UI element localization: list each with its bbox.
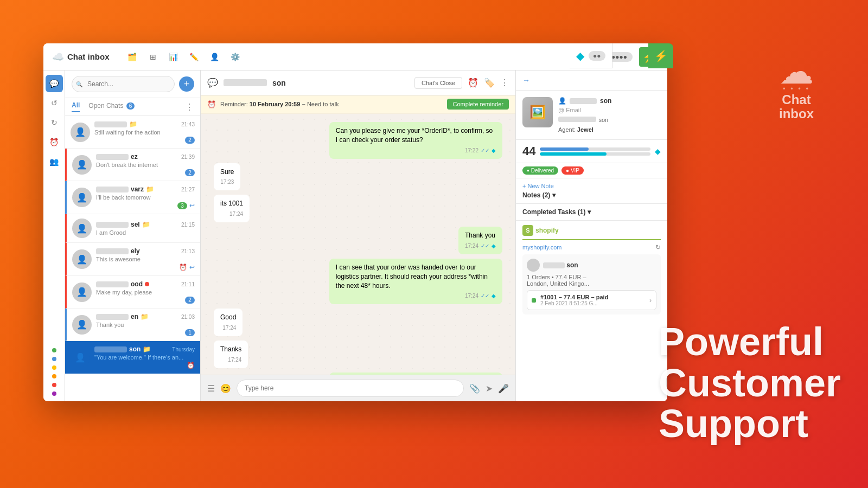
shopify-logo: S shopify: [522, 225, 661, 240]
right-panel-header: →: [516, 70, 667, 91]
more-icon[interactable]: ⋮: [500, 78, 509, 88]
list-item-selected[interactable]: 👤 son 📁 Thursday "You are welcome." If t…: [65, 341, 200, 374]
list-item[interactable]: 👤 sel 📁 21:15 I am Grood: [65, 214, 200, 243]
inbox-icon[interactable]: 🗂️: [125, 49, 140, 65]
chat-item-content: ood 21:11 Make my day, please 2: [96, 280, 195, 304]
sidebar-chat-icon[interactable]: 💬: [46, 75, 63, 92]
unread-badge: 2: [185, 137, 195, 144]
check-icon: ✓✓: [481, 292, 489, 300]
refresh-icon[interactable]: ↻: [655, 243, 661, 251]
list-item[interactable]: 👤 en 📁 21:03 Thank you 1: [65, 309, 200, 341]
chevron-down-icon: ▾: [588, 208, 591, 216]
attach-icon[interactable]: 📎: [469, 383, 480, 394]
list-item[interactable]: 👤 ely 21:13 This is awesome ⏰ ↩: [65, 243, 200, 276]
message-bubble-received: Sure 17:23: [214, 163, 240, 191]
tag-icon[interactable]: 🏷️: [484, 78, 495, 88]
edit-icon[interactable]: ✏️: [187, 49, 202, 65]
message-input[interactable]: [237, 380, 464, 397]
mic-icon[interactable]: 🎤: [498, 383, 509, 394]
complete-reminder-button[interactable]: Complete reminder: [447, 99, 509, 110]
chat-item-content: varz 📁 21:27 I'll be back tomorrow 3 ↩: [96, 185, 195, 209]
email-value-blur: [558, 117, 596, 122]
diamond-score-icon: ◆: [655, 147, 661, 156]
chat-input-bar: ☰ 😊 📎 ➤ 🎤: [201, 375, 515, 401]
name-blur: [96, 248, 129, 254]
chat-close-button[interactable]: Chat's Close: [414, 77, 462, 89]
list-item[interactable]: 👤 ez 21:39 Don't break the internet 2: [65, 149, 200, 181]
stats-icon[interactable]: 📊: [166, 49, 181, 65]
chat-item-name: 📁: [94, 120, 137, 128]
right-panel: → 🖼️ 👤 son @ Email: [515, 70, 667, 401]
sidebar-team-icon[interactable]: 👥: [46, 153, 63, 170]
notes-label: Notes (2) ▾: [522, 191, 661, 199]
sidebar-refresh2-icon[interactable]: ↻: [46, 114, 63, 131]
email-label: @ Email: [558, 107, 581, 113]
tab-open-chats[interactable]: Open Chats 6: [88, 102, 135, 112]
back-arrow-icon[interactable]: →: [522, 76, 530, 85]
avatar: 👤: [72, 282, 92, 302]
chat-item-name: ely: [96, 247, 140, 255]
search-wrapper: [72, 76, 175, 92]
chat-tabs-menu[interactable]: ⋮: [185, 102, 194, 112]
chat-item-time: 21:11: [181, 281, 195, 287]
avatar: 👤: [72, 188, 92, 207]
status-dot-yellow: [52, 365, 56, 370]
chat-item-name: en 📁: [96, 313, 149, 320]
chat-item-name: sel 📁: [96, 221, 150, 228]
power-side-button[interactable]: ⚡: [648, 43, 673, 68]
add-note-button[interactable]: + New Note: [522, 183, 661, 189]
chat-item-time: 21:15: [181, 222, 195, 228]
list-item[interactable]: 👤 📁 21:43 Still waiting for the action 2: [65, 116, 200, 149]
agent-row: Agent: Jewel: [558, 126, 661, 133]
sidebar-clock-icon[interactable]: ⏰: [46, 133, 63, 151]
notes-section: + New Note Notes (2) ▾: [516, 178, 667, 204]
status-dot-green: [52, 348, 56, 352]
list-item[interactable]: 👤 ood 21:11 Make my day, please: [65, 276, 200, 309]
person-icon: 👤: [558, 97, 566, 105]
name-blur: [96, 187, 129, 192]
list-item[interactable]: 👤 varz 📁 21:27 I'll be back tomorrow: [65, 181, 200, 214]
menu-icon[interactable]: ☰: [207, 383, 215, 394]
send-icon[interactable]: ➤: [486, 383, 493, 394]
avatar: 👤: [72, 315, 92, 335]
score-bar: [540, 147, 650, 156]
avatar: 👤: [72, 219, 92, 238]
chat-item-name: son 📁: [94, 345, 151, 353]
chat-item-content: ely 21:13 This is awesome ⏰ ↩: [96, 247, 195, 271]
status-dot-red: [52, 383, 56, 387]
contact-name-blur: [224, 79, 267, 86]
contacts-icon[interactable]: 👤: [207, 49, 222, 65]
emoji-icon[interactable]: 😊: [220, 383, 231, 394]
order-id: #1001 – 77.4 EUR – paid: [540, 294, 645, 300]
score-value: 44: [522, 144, 535, 158]
app-title: Chat inbox: [67, 52, 110, 61]
chat-item-preview: Still waiting for the action: [94, 129, 195, 136]
reminder-text: Reminder: 10 February 20:59 − Need to ta…: [220, 101, 443, 107]
profile-text: ●●: [589, 51, 605, 61]
chat-item-time: 21:27: [181, 187, 195, 192]
chat-item-preview: "You are welcome." If there's an...: [94, 354, 195, 361]
settings-icon[interactable]: ⚙️: [228, 49, 243, 65]
search-input[interactable]: [72, 76, 175, 92]
tag-delivered: ● Delivered: [522, 166, 558, 175]
name-blur: [96, 314, 129, 320]
order-item[interactable]: #1001 – 77.4 EUR – paid 2 Feb 2021 8:51:…: [527, 290, 656, 310]
score-bar-fill: [540, 147, 589, 151]
add-chat-button[interactable]: +: [179, 76, 194, 92]
shopify-icon: S: [522, 225, 533, 236]
shopify-customer-row: son 1 Orders • 77.4 EUR – London, United…: [522, 254, 661, 314]
grid-icon[interactable]: ⊞: [145, 49, 161, 65]
completed-tasks-toggle[interactable]: Completed Tasks (1) ▾: [522, 208, 661, 216]
avatar: 👤: [71, 123, 90, 142]
tab-all[interactable]: All: [72, 101, 80, 112]
unread-badge: 2: [185, 297, 195, 304]
shopify-link[interactable]: myshopify.com: [522, 244, 562, 251]
unread-badge: 1: [185, 329, 195, 336]
diamond-large-icon: ◆: [576, 49, 584, 62]
agent-label: Agent:: [558, 126, 577, 133]
chevron-right-icon: ›: [649, 297, 652, 304]
sidebar-refresh-icon[interactable]: ↺: [46, 94, 63, 112]
message-bubble-received: its 1001 17:24: [214, 195, 250, 222]
shopify-name: shopify: [535, 227, 559, 234]
alarm-icon[interactable]: ⏰: [468, 78, 478, 88]
